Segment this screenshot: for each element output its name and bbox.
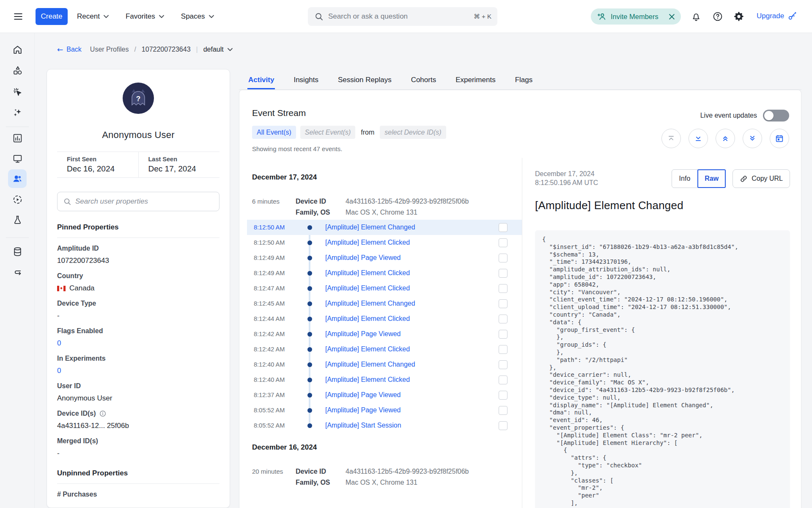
info-icon[interactable] — [99, 410, 106, 417]
event-name-link[interactable]: [Amplitude] Page Viewed — [321, 406, 499, 414]
create-button[interactable]: Create — [36, 8, 68, 25]
scroll-to-top-button[interactable] — [661, 129, 681, 148]
copy-url-button[interactable]: Copy URL — [732, 169, 790, 188]
event-checkbox[interactable] — [499, 223, 508, 232]
property-value[interactable]: 0 — [57, 339, 219, 348]
event-name-link[interactable]: [Amplitude] Element Clicked — [321, 269, 499, 277]
sidebar-item-browse[interactable] — [8, 61, 27, 80]
event-stream-header: Event Stream Live event updates All Even… — [239, 90, 801, 158]
live-updates-toggle[interactable] — [763, 110, 789, 121]
all-events-chip[interactable]: All Event(s) — [252, 126, 296, 139]
event-checkbox[interactable] — [499, 315, 508, 323]
event-row[interactable]: 8:12:42 AM[Amplitude] Page Viewed — [247, 326, 522, 342]
event-checkbox[interactable] — [499, 391, 508, 400]
event-name-link[interactable]: [Amplitude] Page Viewed — [321, 254, 499, 262]
tab-cohorts[interactable]: Cohorts — [410, 72, 437, 89]
event-json-block[interactable]: { "$insert_id": "67188026-1b29-4b13-a62a… — [535, 230, 790, 508]
event-checkbox[interactable] — [499, 299, 508, 308]
view-mode-segmented: Info Raw — [672, 169, 726, 188]
breadcrumb-section[interactable]: User Profiles — [90, 46, 129, 53]
sidebar-item-user-profiles[interactable] — [8, 169, 27, 188]
global-search[interactable]: ⌘ + K — [308, 7, 497, 26]
property-value[interactable]: 0 — [57, 367, 219, 375]
settings-gear-icon[interactable] — [733, 11, 744, 22]
event-checkbox[interactable] — [499, 238, 508, 247]
sidebar-item-dashboards[interactable] — [8, 149, 27, 168]
event-checkbox[interactable] — [499, 345, 508, 354]
event-checkbox[interactable] — [499, 330, 508, 339]
upgrade-link[interactable]: Upgrade — [757, 11, 797, 21]
flask-icon — [12, 215, 23, 225]
sidebar-item-ai-assistant[interactable] — [8, 103, 27, 122]
event-name-link[interactable]: [Amplitude] Start Session — [321, 422, 499, 429]
events-column[interactable]: December 17, 20246 minutesDevice IDFamil… — [239, 158, 522, 508]
event-checkbox[interactable] — [499, 375, 508, 384]
help-icon[interactable] — [712, 11, 723, 22]
event-name-link[interactable]: [Amplitude] Element Clicked — [321, 239, 499, 246]
tab-session-replays[interactable]: Session Replays — [337, 72, 392, 89]
event-checkbox[interactable] — [499, 254, 508, 262]
tab-activity[interactable]: Activity — [247, 72, 275, 89]
sidebar-item-data[interactable] — [8, 242, 27, 261]
sidebar-item-home[interactable] — [8, 40, 27, 59]
select-device-ids-chip[interactable]: select Device ID(s) — [380, 126, 446, 139]
user-properties-search-input[interactable] — [75, 197, 213, 206]
sidebar-item-events[interactable] — [8, 83, 27, 101]
nav-menu-favorites[interactable]: Favorites — [126, 12, 164, 21]
hamburger-menu-icon[interactable] — [12, 10, 25, 23]
select-events-chip[interactable]: Select Event(s) — [300, 126, 355, 139]
raw-tab-button[interactable]: Raw — [697, 169, 726, 188]
invite-members-pill[interactable]: Invite Members — [591, 8, 681, 25]
nav-menu-recent[interactable]: Recent — [77, 12, 109, 21]
info-tab-button[interactable]: Info — [672, 169, 698, 188]
event-name-link[interactable]: [Amplitude] Element Clicked — [321, 315, 499, 323]
search-input[interactable] — [328, 12, 469, 21]
event-name-link[interactable]: [Amplitude] Element Changed — [321, 361, 499, 368]
notifications-bell-icon[interactable] — [691, 11, 702, 22]
event-name-link[interactable]: [Amplitude] Element Clicked — [321, 345, 499, 353]
event-row[interactable]: 8:05:52 AM[Amplitude] Start Session — [247, 418, 522, 433]
event-row[interactable]: 8:12:40 AM[Amplitude] Element Clicked — [247, 372, 522, 387]
profile-name: Anonymous User — [47, 130, 230, 141]
event-detail-panel: December 17, 2024 8:12:50.196 AM UTC Inf… — [522, 158, 801, 508]
environment-selector[interactable]: default — [203, 46, 233, 53]
collapse-events-button[interactable] — [716, 129, 735, 148]
event-row[interactable]: 8:05:52 AM[Amplitude] Page Viewed — [247, 403, 522, 418]
event-row[interactable]: 8:12:40 AM[Amplitude] Element Changed — [247, 357, 522, 372]
back-link[interactable]: ← Back — [57, 45, 82, 54]
event-name-link[interactable]: [Amplitude] Page Viewed — [321, 330, 499, 338]
date-picker-button[interactable] — [770, 129, 789, 148]
tab-insights[interactable]: Insights — [293, 72, 319, 89]
user-properties-search[interactable] — [57, 192, 219, 211]
event-row[interactable]: 8:12:45 AM[Amplitude] Element Changed — [247, 296, 522, 311]
event-row[interactable]: 8:12:50 AM[Amplitude] Element Clicked — [247, 235, 522, 250]
event-checkbox[interactable] — [499, 269, 508, 278]
scroll-to-bottom-button[interactable] — [689, 129, 708, 148]
expand-events-button[interactable] — [743, 129, 762, 148]
event-name-link[interactable]: [Amplitude] Element Changed — [321, 300, 499, 307]
event-row[interactable]: 8:12:42 AM[Amplitude] Element Clicked — [247, 342, 522, 357]
event-row[interactable]: 8:12:50 AM[Amplitude] Element Changed — [247, 220, 522, 235]
tab-experiments[interactable]: Experiments — [455, 72, 496, 89]
event-checkbox[interactable] — [499, 406, 508, 415]
dismiss-invite-icon[interactable] — [669, 14, 675, 20]
event-row[interactable]: 8:12:49 AM[Amplitude] Page Viewed — [247, 250, 522, 265]
event-checkbox[interactable] — [499, 421, 508, 430]
sidebar-item-connections[interactable] — [8, 263, 27, 282]
sidebar-item-session-replay[interactable] — [8, 190, 27, 209]
event-row[interactable]: 8:12:44 AM[Amplitude] Element Clicked — [247, 311, 522, 326]
property-label: Merged ID(s) — [57, 437, 219, 445]
sidebar-item-experiments[interactable] — [8, 210, 27, 229]
event-row[interactable]: 8:12:47 AM[Amplitude] Element Clicked — [247, 281, 522, 296]
nav-menu-spaces[interactable]: Spaces — [181, 12, 214, 21]
event-name-link[interactable]: [Amplitude] Element Clicked — [321, 376, 499, 384]
sidebar-item-charts[interactable] — [8, 129, 27, 147]
event-name-link[interactable]: [Amplitude] Element Changed — [321, 224, 499, 231]
tab-flags[interactable]: Flags — [514, 72, 534, 89]
event-row[interactable]: 8:12:37 AM[Amplitude] Page Viewed — [247, 387, 522, 403]
event-name-link[interactable]: [Amplitude] Element Clicked — [321, 284, 499, 292]
event-checkbox[interactable] — [499, 360, 508, 369]
event-checkbox[interactable] — [499, 284, 508, 293]
event-name-link[interactable]: [Amplitude] Page Viewed — [321, 391, 499, 399]
event-row[interactable]: 8:12:49 AM[Amplitude] Element Clicked — [247, 265, 522, 281]
